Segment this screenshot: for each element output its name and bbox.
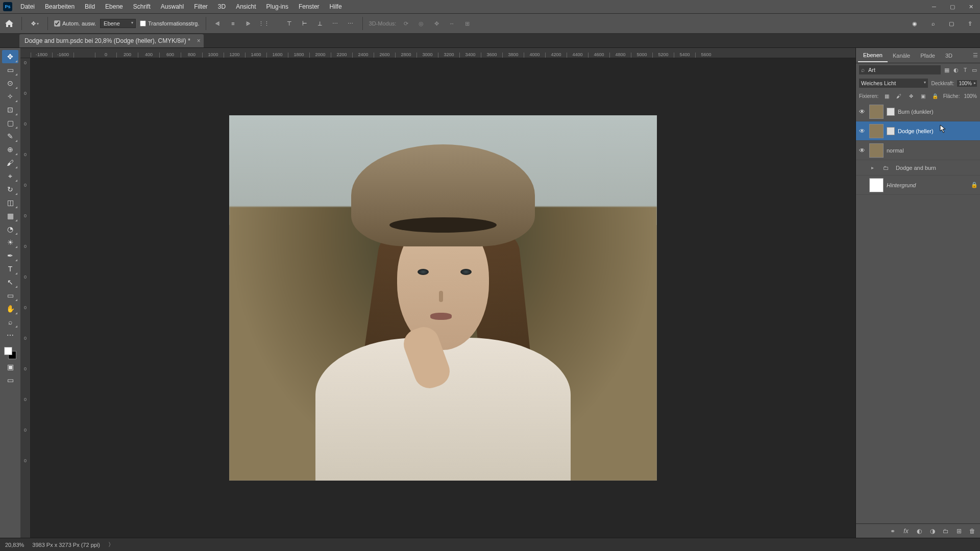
edit-toolbar[interactable]: ⋯ xyxy=(2,329,18,342)
close-button[interactable]: ✕ xyxy=(962,0,980,13)
group-disclosure-icon[interactable]: ▸ xyxy=(869,165,875,170)
zoom-tool[interactable]: ⌕ xyxy=(2,315,18,329)
brush-tool[interactable]: 🖌 xyxy=(2,156,18,169)
status-disclosure-icon[interactable]: 〉 xyxy=(108,541,114,548)
lock-all-icon[interactable]: 🔒 xyxy=(931,92,939,100)
layer-name[interactable]: Hintergrund xyxy=(887,182,968,188)
type-tool[interactable]: T xyxy=(2,262,18,276)
tab-channels[interactable]: Kanäle xyxy=(888,49,915,62)
menu-3d[interactable]: 3D xyxy=(213,0,231,13)
opacity-value[interactable]: 100% xyxy=(957,80,977,87)
filter-type-icon[interactable]: T xyxy=(961,66,969,74)
path-select-tool[interactable]: ↖ xyxy=(2,276,18,289)
align-left-icon[interactable]: ⫷ xyxy=(212,18,224,29)
close-tab-icon[interactable]: × xyxy=(197,37,201,44)
wand-tool[interactable]: ✧ xyxy=(2,90,18,103)
layer-thumbnail[interactable] xyxy=(869,178,884,192)
screen-mode-icon[interactable]: ▭ xyxy=(2,373,18,387)
lock-artboard-icon[interactable]: ▣ xyxy=(919,92,927,100)
layer-visibility-icon[interactable]: 👁 xyxy=(858,128,866,135)
blur-tool[interactable]: ◔ xyxy=(2,222,18,236)
ruler-horizontal[interactable]: -1800-1600020040060080010001200140016001… xyxy=(20,48,855,58)
filter-pixel-icon[interactable]: ▦ xyxy=(943,66,951,74)
align-center-v-icon[interactable]: ⊢ xyxy=(299,18,310,29)
align-top-icon[interactable]: ⊤ xyxy=(284,18,295,29)
layer-row[interactable]: 👁 Burn (dunkler) xyxy=(856,102,980,121)
menu-type[interactable]: Schrift xyxy=(128,0,156,13)
layer-row[interactable]: ▸ 🗀 Dodge and burn xyxy=(856,160,980,176)
layer-thumbnail[interactable] xyxy=(869,105,884,119)
menu-layer[interactable]: Ebene xyxy=(100,0,128,13)
tab-paths[interactable]: Pfade xyxy=(915,49,940,62)
link-layers-icon[interactable]: ⚭ xyxy=(888,527,897,536)
align-center-h-icon[interactable]: ≡ xyxy=(228,18,239,29)
layer-row[interactable]: 👁 normal xyxy=(856,141,980,160)
panel-menu-icon[interactable]: ☰ xyxy=(973,52,978,59)
menu-file[interactable]: Datei xyxy=(15,0,40,13)
home-icon[interactable] xyxy=(4,19,14,28)
current-tool-icon[interactable]: ✥ xyxy=(28,17,41,30)
auto-select-checkbox[interactable]: Autom. ausw. xyxy=(54,20,96,27)
transform-controls-checkbox[interactable]: Transformationsstrg. xyxy=(140,20,199,27)
move-tool[interactable]: ✥ xyxy=(2,50,18,63)
quick-mask-icon[interactable]: ▣ xyxy=(2,360,18,373)
menu-select[interactable]: Auswahl xyxy=(156,0,189,13)
tab-layers[interactable]: Ebenen xyxy=(858,49,888,62)
foreground-color-swatch[interactable] xyxy=(4,347,12,355)
new-layer-icon[interactable]: ⊞ xyxy=(954,527,964,536)
heal-tool[interactable]: ⊕ xyxy=(2,143,18,156)
pen-tool[interactable]: ✒ xyxy=(2,249,18,262)
canvas-surface[interactable] xyxy=(31,58,855,538)
layer-visibility-icon[interactable]: 👁 xyxy=(858,108,866,115)
menu-window[interactable]: Fenster xyxy=(293,0,325,13)
distribute-h-icon[interactable]: ⋮⋮ xyxy=(258,18,270,29)
layer-filter-type[interactable] xyxy=(859,65,941,74)
layer-thumbnail[interactable] xyxy=(869,124,884,138)
history-brush-tool[interactable]: ↻ xyxy=(2,183,18,196)
distribute-v-icon[interactable]: ⋯ xyxy=(330,18,341,29)
shape-tool[interactable]: ▭ xyxy=(2,289,18,302)
tab-3d[interactable]: 3D xyxy=(940,49,958,62)
blend-mode-dropdown[interactable]: Weiches Licht xyxy=(859,79,928,88)
menu-help[interactable]: Hilfe xyxy=(325,0,347,13)
color-swatches[interactable] xyxy=(3,346,17,360)
layer-mask-thumbnail[interactable] xyxy=(887,127,895,135)
workspace-icon[interactable]: ▢ xyxy=(945,17,958,30)
lock-pixels-icon[interactable]: 🖌 xyxy=(895,92,903,100)
layer-thumbnail[interactable] xyxy=(869,143,884,158)
filter-shape-icon[interactable]: ▭ xyxy=(970,66,978,74)
layer-fx-icon[interactable]: fx xyxy=(901,527,911,536)
delete-layer-icon[interactable]: 🗑 xyxy=(968,527,977,536)
crop-tool[interactable]: ⊡ xyxy=(2,103,18,116)
menu-plugins[interactable]: Plug-ins xyxy=(261,0,293,13)
layer-name[interactable]: Dodge and burn xyxy=(896,165,978,171)
layer-mask-thumbnail[interactable] xyxy=(887,108,895,116)
cloud-docs-icon[interactable]: ◉ xyxy=(909,17,921,30)
menu-edit[interactable]: Bearbeiten xyxy=(40,0,80,13)
search-icon[interactable]: ⌕ xyxy=(927,17,939,30)
layer-mask-icon[interactable]: ◐ xyxy=(915,527,924,536)
minimize-button[interactable]: ─ xyxy=(925,0,943,13)
auto-select-target-dropdown[interactable]: Ebene xyxy=(100,19,136,28)
ruler-vertical[interactable]: 00000000000000 xyxy=(20,58,31,538)
marquee-tool[interactable]: ▭ xyxy=(2,63,18,77)
layer-name[interactable]: normal xyxy=(887,147,978,154)
lasso-tool[interactable]: ⊙ xyxy=(2,77,18,90)
filter-adjust-icon[interactable]: ◐ xyxy=(952,66,960,74)
more-align-icon[interactable]: ⋯ xyxy=(345,18,356,29)
layer-name[interactable]: Burn (dunkler) xyxy=(898,109,978,115)
stamp-tool[interactable]: ⌖ xyxy=(2,169,18,183)
menu-image[interactable]: Bild xyxy=(80,0,100,13)
document-info[interactable]: 3983 Px x 3273 Px (72 ppi) xyxy=(32,542,100,548)
adjustment-layer-icon[interactable]: ◑ xyxy=(928,527,937,536)
eraser-tool[interactable]: ◫ xyxy=(2,196,18,209)
share-icon[interactable]: ⇪ xyxy=(964,17,976,30)
zoom-level[interactable]: 20,83% xyxy=(5,542,24,548)
layer-row[interactable]: Hintergrund 🔒 xyxy=(856,176,980,195)
lock-position-icon[interactable]: ✥ xyxy=(907,92,915,100)
document-tab[interactable]: Dodge and burn.psdc bei 20,8% (Dodge (he… xyxy=(19,34,204,47)
frame-tool[interactable]: ▢ xyxy=(2,116,18,130)
layer-row[interactable]: 👁 Dodge (heller) xyxy=(856,121,980,141)
lock-transparency-icon[interactable]: ▦ xyxy=(883,92,891,100)
maximize-button[interactable]: ▢ xyxy=(943,0,962,13)
